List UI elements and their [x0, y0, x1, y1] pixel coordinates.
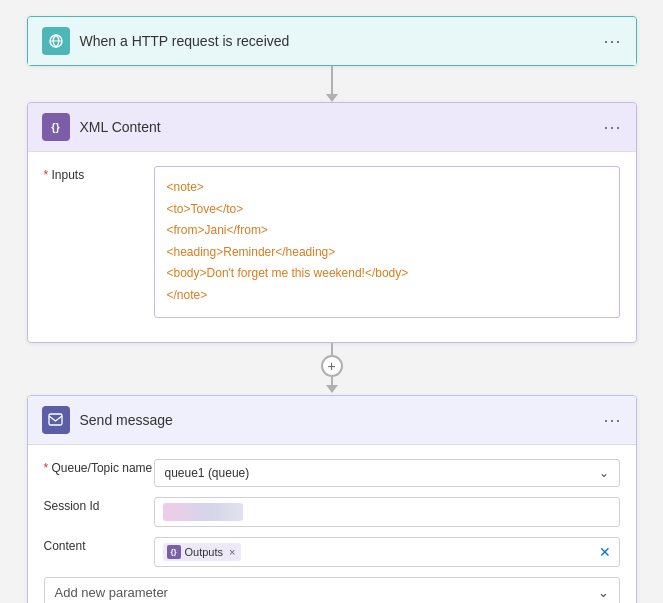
content-label: Content: [44, 537, 154, 553]
xml-line-1: <note>: [167, 177, 607, 199]
send-message-body: * Queue/Topic name queue1 (queue) ⌄ Sess…: [28, 445, 636, 603]
http-icon: [42, 27, 70, 55]
session-field-row: Session Id: [44, 497, 620, 527]
xml-icon-label: {}: [51, 121, 60, 133]
add-param-label: Add new parameter: [55, 585, 168, 600]
queue-required-star: *: [44, 461, 52, 475]
send-message-card: Send message ··· * Queue/Topic name queu…: [27, 395, 637, 603]
inputs-label: * Inputs: [44, 166, 154, 182]
add-param-dropdown[interactable]: Add new parameter ⌄: [44, 577, 620, 603]
xml-line-4: <heading>Reminder</heading>: [167, 242, 607, 264]
outputs-tag-label: Outputs: [185, 546, 224, 558]
http-trigger-header: When a HTTP request is received ···: [28, 17, 636, 65]
queue-label: * Queue/Topic name: [44, 459, 154, 475]
plus-top-line: [331, 343, 333, 355]
connector-line-1: [331, 66, 333, 94]
content-input[interactable]: {} Outputs × ✕: [154, 537, 620, 567]
queue-dropdown[interactable]: queue1 (queue) ⌄: [154, 459, 620, 487]
inputs-field-row: * Inputs <note> <to>Tove</to> <from>Jani…: [44, 166, 620, 318]
http-trigger-more[interactable]: ···: [603, 32, 621, 50]
svg-rect-1: [49, 414, 62, 425]
queue-value: queue1 (queue): [165, 466, 250, 480]
session-pill: [163, 503, 243, 521]
send-message-header: Send message ···: [28, 396, 636, 445]
xml-content-more[interactable]: ···: [603, 118, 621, 136]
xml-line-3: <from>Jani</from>: [167, 220, 607, 242]
outputs-icon-label: {}: [170, 547, 176, 556]
send-icon: [42, 406, 70, 434]
session-input[interactable]: [154, 497, 620, 527]
flow-container: When a HTTP request is received ··· {} X…: [16, 16, 647, 603]
xml-content-body: * Inputs <note> <to>Tove</to> <from>Jani…: [28, 152, 636, 342]
xml-line-2: <to>Tove</to>: [167, 199, 607, 221]
tag-close-icon[interactable]: ×: [229, 546, 235, 558]
xml-content-card: {} XML Content ··· * Inputs <note> <to>T…: [27, 102, 637, 343]
plus-bottom-line: [331, 377, 333, 385]
content-field-row: Content {} Outputs × ✕: [44, 537, 620, 567]
queue-field-row: * Queue/Topic name queue1 (queue) ⌄: [44, 459, 620, 487]
content-clear-icon[interactable]: ✕: [599, 544, 611, 560]
add-param-chevron-icon: ⌄: [598, 585, 609, 600]
send-message-title: Send message: [80, 412, 604, 428]
send-message-more[interactable]: ···: [603, 411, 621, 429]
session-label: Session Id: [44, 497, 154, 513]
xml-line-6: </note>: [167, 285, 607, 307]
xml-content-header: {} XML Content ···: [28, 103, 636, 152]
http-trigger-title: When a HTTP request is received: [80, 33, 604, 49]
plus-button[interactable]: +: [321, 355, 343, 377]
plus-arrow: [326, 385, 338, 393]
outputs-tag: {} Outputs ×: [163, 543, 242, 561]
xml-content-title: XML Content: [80, 119, 604, 135]
xml-content-box[interactable]: <note> <to>Tove</to> <from>Jani</from> <…: [154, 166, 620, 318]
required-star: *: [44, 168, 52, 182]
plus-connector: +: [321, 343, 343, 395]
outputs-tag-icon: {}: [167, 545, 181, 559]
chevron-down-icon: ⌄: [599, 466, 609, 480]
connector-arrow-1: [326, 94, 338, 102]
http-trigger-card: When a HTTP request is received ···: [27, 16, 637, 66]
xml-icon: {}: [42, 113, 70, 141]
xml-line-5: <body>Don't forget me this weekend!</bod…: [167, 263, 607, 285]
connector-1: [326, 66, 338, 102]
